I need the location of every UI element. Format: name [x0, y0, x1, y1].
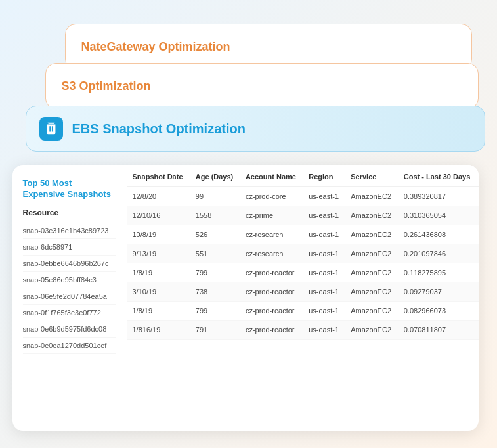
s3-card-title: S3 Optimization [62, 79, 151, 93]
table-cell: AmazonEC2 [345, 225, 399, 244]
table-column-header: Age (Days) [190, 165, 240, 187]
table-cell: 1558 [190, 206, 240, 225]
table-row: 9/13/19551cz-researchus-east-1AmazonEC20… [127, 244, 479, 263]
s3-card: S3 Optimization [45, 63, 479, 109]
table-cell: AmazonEC2 [345, 263, 399, 282]
sidebar-resource-item: snap-0ebbe6646b96b267c [23, 256, 116, 272]
table-cell: 12/10/16 [127, 206, 190, 225]
table-cell: 0.118275895 [399, 263, 479, 282]
table-column-header: Region [303, 165, 345, 187]
table-cell: 99 [190, 187, 240, 206]
table-cell: 0.310365054 [399, 206, 479, 225]
sidebar-resource-item: snap-0e0ea1270dd501cef [23, 338, 116, 354]
table-row: 1/8/19799cz-prod-reactorus-east-1AmazonE… [127, 302, 479, 321]
table-cell: us-east-1 [303, 321, 345, 340]
table-row: 12/8/2099cz-prod-coreus-east-1AmazonEC20… [127, 187, 479, 206]
table-row: 10/8/19526cz-researchus-east-1AmazonEC20… [127, 225, 479, 244]
table-column-header: Snapshot Date [127, 165, 190, 187]
table-cell: 0.389320817 [399, 187, 479, 206]
sidebar-resource-item: snap-03e316e1b43c89723 [23, 223, 116, 239]
table-cell: us-east-1 [303, 206, 345, 225]
table-panel[interactable]: Snapshot DateAge (Days)Account NameRegio… [127, 165, 479, 431]
table-cell: 1/816/19 [127, 321, 190, 340]
table-cell: cz-prod-reactor [240, 282, 303, 302]
table-cell: 526 [190, 225, 240, 244]
sidebar-resource-label: Resource [23, 208, 116, 217]
table-column-header: Cost - Last 30 Days [399, 165, 479, 187]
table-cell: us-east-1 [303, 263, 345, 282]
table-cell: us-east-1 [303, 302, 345, 321]
table-cell: AmazonEC2 [345, 321, 399, 340]
ebs-card: EBS Snapshot Optimization [26, 106, 485, 152]
table-cell: 9/13/19 [127, 244, 190, 263]
table-cell: AmazonEC2 [345, 206, 399, 225]
table-row: 1/8/19799cz-prod-reactorus-east-1AmazonE… [127, 263, 479, 282]
table-cell: AmazonEC2 [345, 302, 399, 321]
table-cell: 12/8/20 [127, 187, 190, 206]
sidebar-title: Top 50 Most Expensive Snapshots [23, 178, 116, 200]
sidebar-resource-item: snap-05e86e95bff84c3 [23, 272, 116, 288]
table-cell: 0.201097846 [399, 244, 479, 263]
table-cell: cz-research [240, 225, 303, 244]
table-cell: 0.082966073 [399, 302, 479, 321]
table-cell: cz-prod-core [240, 187, 303, 206]
table-cell: 0.09279037 [399, 282, 479, 302]
sidebar-resource-item: snap-6dc58971 [23, 239, 116, 256]
table-cell: AmazonEC2 [345, 187, 399, 206]
table-cell: 799 [190, 302, 240, 321]
table-cell: 791 [190, 321, 240, 340]
table-cell: cz-prod-reactor [240, 321, 303, 340]
table-cell: 1/8/19 [127, 302, 190, 321]
table-cell: AmazonEC2 [345, 244, 399, 263]
table-cell: cz-prod-reactor [240, 302, 303, 321]
snapshots-table: Snapshot DateAge (Days)Account NameRegio… [127, 165, 479, 340]
table-cell: us-east-1 [303, 187, 345, 206]
table-column-header: Service [345, 165, 399, 187]
table-row: 3/10/19738cz-prod-reactorus-east-1Amazon… [127, 282, 479, 302]
table-row: 12/10/161558cz-primeus-east-1AmazonEC20.… [127, 206, 479, 225]
sidebar-panel: Top 50 Most Expensive Snapshots Resource… [12, 165, 127, 431]
table-card: Top 50 Most Expensive Snapshots Resource… [12, 165, 479, 431]
table-cell: 1/8/19 [127, 263, 190, 282]
table-cell: us-east-1 [303, 225, 345, 244]
bucket-icon [39, 117, 63, 141]
table-cell: us-east-1 [303, 282, 345, 302]
table-cell: 10/8/19 [127, 225, 190, 244]
table-cell: 551 [190, 244, 240, 263]
table-cell: AmazonEC2 [345, 282, 399, 302]
sidebar-resource-item: snap-06e5fe2d07784ea5a [23, 288, 116, 305]
table-cell: 0.070811807 [399, 321, 479, 340]
table-cell: cz-prime [240, 206, 303, 225]
table-cell: 738 [190, 282, 240, 302]
table-cell: us-east-1 [303, 244, 345, 263]
ebs-card-title: EBS Snapshot Optimization [72, 122, 246, 137]
natgateway-card-title: NateGateway Optimization [81, 40, 230, 54]
table-cell: 0.261436808 [399, 225, 479, 244]
table-cell: 799 [190, 263, 240, 282]
table-cell: 3/10/19 [127, 282, 190, 302]
table-row: 1/816/19791cz-prod-reactorus-east-1Amazo… [127, 321, 479, 340]
sidebar-resource-item: snap-0f1f765f3e3e0f772 [23, 305, 116, 321]
table-column-header: Account Name [240, 165, 303, 187]
table-cell: cz-prod-reactor [240, 263, 303, 282]
sidebar-resource-item: snap-0e6b9d5975fd6dc08 [23, 321, 116, 338]
outer-container: NateGateway Optimization S3 Optimization… [12, 11, 485, 437]
table-cell: cz-research [240, 244, 303, 263]
